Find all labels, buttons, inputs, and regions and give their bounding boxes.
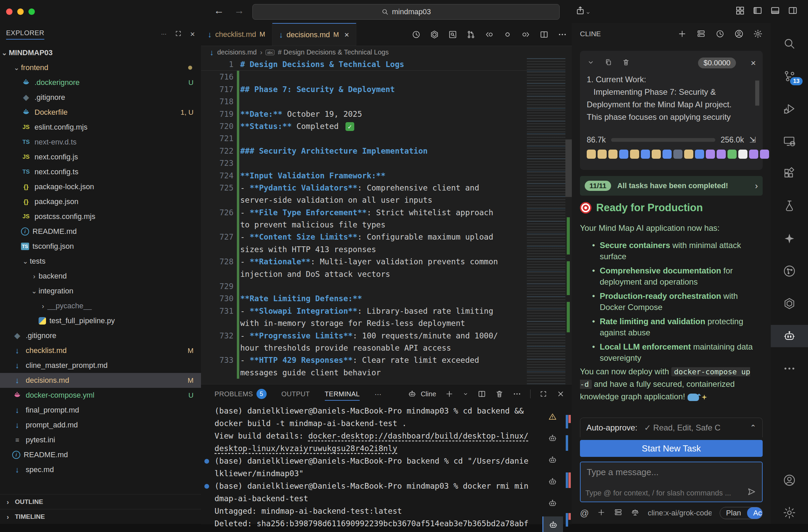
nav-forward-button[interactable]: → <box>234 5 244 16</box>
explorer-expand-icon[interactable] <box>175 30 182 39</box>
file-row[interactable]: ◆.gitignore <box>0 90 201 105</box>
nextchange-icon[interactable] <box>521 30 531 39</box>
close-task-icon[interactable]: × <box>751 58 756 68</box>
trash-icon[interactable] <box>495 389 504 398</box>
auto-approve-bar[interactable]: Auto-approve: ✓ Read, Edit, Safe C ⌃ <box>580 418 763 437</box>
minimap[interactable] <box>527 58 565 384</box>
share-icon[interactable] <box>575 5 591 17</box>
plus-icon[interactable] <box>677 29 687 39</box>
file-row[interactable]: JSpostcss.config.mjs <box>0 209 201 224</box>
openai-icon[interactable] <box>430 30 439 39</box>
minimize-window-button[interactable] <box>17 8 24 15</box>
explorer-more-actions-icon[interactable]: ··· <box>161 31 166 37</box>
file-row[interactable]: {}package.json <box>0 194 201 209</box>
collapse-context-icon[interactable]: ⇲ <box>750 135 756 145</box>
file-row[interactable]: ↓final_prompt.md <box>0 403 201 418</box>
nav-back-button[interactable]: ← <box>214 5 224 16</box>
terminal-link[interactable]: desktop-linux/kvzaiyruwukgsu28r4o2i8nly <box>215 444 397 453</box>
circleo-icon[interactable] <box>503 30 512 39</box>
file-row[interactable]: ◆.gitignore <box>0 328 201 343</box>
explorer-close-icon[interactable]: × <box>190 30 195 39</box>
panel-tab-output[interactable]: OUTPUT <box>281 390 310 398</box>
zoom-window-button[interactable] <box>29 8 35 15</box>
activity-openai[interactable] <box>771 292 808 315</box>
editor-scrollbar[interactable] <box>565 58 572 384</box>
terminal-profile-label[interactable]: Cline <box>421 390 436 398</box>
terminal-instance-robot-icon[interactable] <box>543 516 563 532</box>
file-row[interactable]: docker-compose.ymlU <box>0 388 201 403</box>
plan-act-toggle[interactable]: Plan Act <box>720 507 763 519</box>
file-row[interactable]: JSnext.config.js <box>0 150 201 164</box>
file-row[interactable]: ≡pytest.ini <box>0 433 201 447</box>
activity-sparkle[interactable] <box>771 227 808 250</box>
scrollbar-slider[interactable] <box>565 140 572 197</box>
chevdown-icon[interactable] <box>462 391 469 397</box>
file-row[interactable]: ⌄integration <box>0 283 201 298</box>
mention-icon[interactable]: @ <box>580 508 589 518</box>
activity-account[interactable] <box>771 469 808 491</box>
close-window-button[interactable] <box>6 8 13 15</box>
timeline-section-header[interactable]: › TIMELINE <box>0 509 201 524</box>
file-row[interactable]: ↓prompt_add.md <box>0 418 201 433</box>
plus-icon[interactable] <box>445 389 454 398</box>
scales-icon[interactable] <box>631 508 640 518</box>
breadcrumb-file[interactable]: decisions.md <box>217 49 257 56</box>
file-row[interactable]: ›__pycache__ <box>0 298 201 313</box>
file-row[interactable]: ↓decisions.mdM <box>0 373 201 388</box>
panel-more-icon[interactable]: ··· <box>374 390 381 398</box>
history-icon[interactable] <box>411 30 421 39</box>
file-row[interactable]: iREADME.md <box>0 447 201 462</box>
code-editor[interactable]: 1# Design Decisions & Technical Logs7167… <box>201 58 527 384</box>
act-mode-button[interactable]: Act <box>747 507 763 519</box>
file-row[interactable]: ↓spec.md <box>0 462 201 477</box>
task-card-scrollbar[interactable] <box>755 80 759 106</box>
activity-gear[interactable] <box>771 501 808 524</box>
gear-icon[interactable] <box>753 29 763 39</box>
file-row[interactable]: iREADME.md <box>0 224 201 239</box>
mcp-servers-icon[interactable] <box>614 508 623 518</box>
toggle-panel-icon[interactable] <box>770 5 780 17</box>
account-icon[interactable] <box>734 29 744 39</box>
chevron-up-icon[interactable]: ⌃ <box>750 423 756 432</box>
plan-mode-button[interactable]: Plan <box>720 507 747 519</box>
activity-source-control[interactable]: 13 <box>771 65 808 87</box>
toggle-secondary-sidebar-icon[interactable] <box>788 5 798 17</box>
delete-task-icon[interactable] <box>622 58 630 68</box>
activity-ellipsis[interactable] <box>771 357 808 380</box>
compare-icon[interactable] <box>466 30 476 39</box>
mcp-icon[interactable] <box>696 29 706 39</box>
file-row[interactable]: ⌄frontend <box>0 60 201 75</box>
ellipsis-icon[interactable] <box>557 30 567 39</box>
ellipsis-icon[interactable] <box>513 389 521 398</box>
activity-extensions[interactable] <box>771 162 808 185</box>
model-selector[interactable]: cline:x-ai/grok-code-f... <box>648 509 711 517</box>
activity-git-circle[interactable] <box>771 260 808 282</box>
panel-tab-problems[interactable]: PROBLEMS5 <box>215 389 267 399</box>
split-icon[interactable] <box>477 389 486 398</box>
file-row[interactable]: TSnext-env.d.ts <box>0 135 201 150</box>
file-row[interactable]: JSeslint.config.mjs <box>0 120 201 135</box>
chevron-down-icon[interactable] <box>587 58 595 68</box>
history-icon[interactable] <box>715 29 725 39</box>
terminal-instance-robot-icon[interactable] <box>543 452 562 469</box>
breadcrumb-section[interactable]: # Design Decisions & Technical Logs <box>278 49 389 56</box>
panel-tab-terminal[interactable]: TERMINAL <box>325 390 360 401</box>
prevchange-icon[interactable] <box>484 30 494 39</box>
warning-icon[interactable] <box>543 408 562 425</box>
outline-section-header[interactable]: › OUTLINE <box>0 494 201 509</box>
breadcrumb[interactable]: ↓ decisions.md › abc # Design Decisions … <box>201 46 572 58</box>
close-tab-icon[interactable]: × <box>345 30 349 40</box>
activity-remote[interactable] <box>771 130 808 152</box>
toggle-sidebar-icon[interactable] <box>753 5 763 17</box>
activity-search[interactable] <box>771 33 808 55</box>
command-center-search[interactable]: mindmap03 <box>253 4 559 20</box>
file-row[interactable]: ↓checklist.mdM <box>0 343 201 358</box>
copy-icon[interactable] <box>604 58 612 68</box>
terminal-link[interactable]: docker-desktop://dashboard/build/desktop… <box>308 432 529 440</box>
searcheditor-icon[interactable] <box>448 30 457 39</box>
editor-tab[interactable]: ↓decisions.mdM× <box>272 23 356 46</box>
customize-layout-icon[interactable] <box>735 5 745 17</box>
terminal-output[interactable]: (base) danielkliewer@Daniels-MacBook-Pro… <box>201 405 539 524</box>
file-row[interactable]: TStsconfig.json <box>0 239 201 254</box>
editor-tab[interactable]: ↓checklist.mdM <box>201 23 272 46</box>
